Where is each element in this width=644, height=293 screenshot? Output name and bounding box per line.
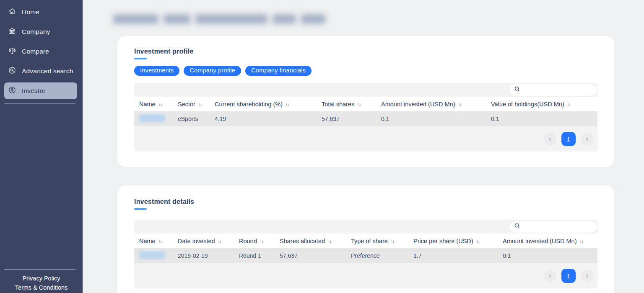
dollar-circle-icon — [8, 86, 16, 96]
table-search-bar — [134, 220, 597, 234]
redacted-word — [113, 14, 158, 24]
home-icon — [8, 7, 16, 17]
tab-company-profile[interactable]: Company profile — [184, 66, 241, 76]
value-of-holdings-cell: 0.1 — [486, 116, 597, 122]
column-header-amount-invested[interactable]: Amount invested (USD Mn) ↑↓ — [498, 238, 597, 244]
investment-details-title: Investment details — [134, 198, 597, 206]
previous-page-button[interactable]: ‹ — [544, 270, 556, 282]
sidebar-item-label: Advanced search — [22, 67, 73, 75]
sort-icon[interactable]: ↑↓ — [158, 102, 162, 107]
sector-cell: eSports — [173, 116, 210, 122]
redacted-word — [301, 14, 325, 24]
previous-page-button[interactable]: ‹ — [544, 133, 556, 145]
sidebar-item-label: Compare — [22, 48, 49, 55]
table-header-row: Name ↑↓ Date invested ↑↓ Round ↑↓ Shares… — [134, 234, 597, 248]
sort-icon[interactable]: ↑↓ — [198, 102, 202, 107]
next-page-button[interactable]: › — [581, 133, 593, 145]
title-underline — [134, 208, 147, 210]
sort-icon[interactable]: ↑↓ — [260, 239, 263, 244]
name-cell-redacted — [134, 114, 173, 123]
sidebar-footer: Privacy Policy Terms & Conditions — [0, 269, 83, 293]
search-input[interactable] — [523, 84, 597, 96]
column-header-name[interactable]: Name ↑↓ — [134, 238, 173, 244]
bank-icon — [8, 27, 16, 37]
sort-icon[interactable]: ↑↓ — [579, 239, 583, 244]
investments-table: Name ↑↓ Sector ↑↓ Current shareholding (… — [134, 83, 597, 152]
redacted-name-chip — [139, 114, 165, 122]
next-page-button[interactable]: › — [581, 270, 593, 282]
pagination: ‹ 1 › — [134, 263, 597, 288]
column-header-round[interactable]: Round ↑↓ — [234, 238, 275, 244]
sort-icon[interactable]: ↑↓ — [158, 239, 162, 244]
investment-profile-card: Investment profile Investments Company p… — [117, 36, 614, 167]
column-header-type-of-share[interactable]: Type of share ↑↓ — [346, 238, 408, 244]
sidebar-item-label: Home — [22, 8, 39, 16]
date-invested-cell: 2019-02-19 — [173, 252, 234, 259]
sort-icon[interactable]: ↑↓ — [328, 239, 331, 244]
sort-icon[interactable]: ↑↓ — [476, 239, 480, 244]
table-header-row: Name ↑↓ Sector ↑↓ Current shareholding (… — [134, 97, 597, 111]
search-icon — [514, 86, 520, 94]
table-row: eSports 4.19 57,637 0.1 0.1 — [134, 111, 597, 126]
sidebar-footer-divider — [4, 269, 75, 270]
redacted-word — [164, 14, 190, 24]
investment-details-card: Investment details Name ↑↓ — [117, 185, 614, 293]
redacted-word — [195, 14, 267, 24]
privacy-policy-link[interactable]: Privacy Policy — [0, 274, 83, 283]
details-table: Name ↑↓ Date invested ↑↓ Round ↑↓ Shares… — [134, 220, 597, 288]
profile-tabs: Investments Company profile Company fina… — [134, 66, 597, 76]
page-1-button[interactable]: 1 — [561, 269, 576, 283]
shares-allocated-cell: 57,637 — [275, 252, 346, 259]
price-per-share-cell: 1.7 — [408, 252, 498, 259]
column-header-sector[interactable]: Sector ↑↓ — [173, 101, 210, 108]
main-content: Investment profile Investments Company p… — [83, 0, 644, 293]
sort-icon[interactable]: ↑↓ — [218, 239, 221, 244]
redacted-name-chip — [139, 251, 165, 259]
amount-invested-cell: 0.1 — [376, 116, 486, 122]
name-cell-redacted — [134, 251, 173, 260]
sort-icon[interactable]: ↑↓ — [567, 102, 571, 107]
sidebar-nav: Home Company C — [0, 0, 83, 104]
column-header-total-shares[interactable]: Total shares ↑↓ — [317, 101, 376, 108]
tab-investments[interactable]: Investments — [134, 66, 179, 76]
page-1-button[interactable]: 1 — [561, 132, 576, 146]
column-header-amount-invested[interactable]: Amount invested (USD Mn) ↑↓ — [376, 101, 486, 108]
pagination: ‹ 1 › — [134, 126, 597, 152]
type-of-share-cell: Preference — [346, 252, 408, 259]
column-header-name[interactable]: Name ↑↓ — [134, 101, 173, 108]
column-header-date-invested[interactable]: Date invested ↑↓ — [173, 238, 234, 244]
terms-conditions-link[interactable]: Terms & Conditions — [0, 283, 83, 292]
sidebar-item-compare[interactable]: Compare — [4, 43, 77, 60]
round-cell: Round 1 — [234, 252, 275, 259]
sidebar-item-label: Company — [22, 28, 50, 36]
redacted-word — [273, 14, 296, 24]
column-header-shares-allocated[interactable]: Shares allocated ↑↓ — [275, 238, 346, 244]
investment-profile-title: Investment profile — [134, 48, 597, 55]
magnifier-circle-icon — [8, 66, 16, 76]
sidebar-item-advanced-search[interactable]: Advanced search — [4, 63, 77, 80]
search-input[interactable] — [523, 221, 597, 233]
tab-company-financials[interactable]: Company financials — [245, 66, 312, 76]
sort-icon[interactable]: ↑↓ — [286, 102, 289, 107]
table-search-bar — [134, 83, 597, 97]
sidebar-item-investor[interactable]: Investor — [4, 82, 77, 99]
column-header-value-of-holdings[interactable]: Value of holdings(USD Mn) ↑↓ — [486, 101, 597, 108]
table-search[interactable] — [509, 84, 597, 96]
sidebar: Home Company C — [0, 0, 83, 293]
sort-icon[interactable]: ↑↓ — [357, 102, 361, 107]
scales-icon — [8, 46, 16, 57]
current-shareholding-cell: 4.19 — [210, 116, 317, 122]
table-search[interactable] — [509, 221, 597, 233]
sidebar-item-home[interactable]: Home — [4, 4, 77, 21]
column-header-price-per-share[interactable]: Price per share (USD) ↑↓ — [408, 238, 498, 244]
sidebar-item-company[interactable]: Company — [4, 23, 77, 40]
column-header-current-shareholding[interactable]: Current shareholding (%) ↑↓ — [210, 101, 317, 108]
total-shares-cell: 57,637 — [317, 116, 376, 122]
sidebar-divider — [4, 103, 75, 104]
amount-invested-cell: 0.1 — [498, 252, 597, 259]
title-underline — [134, 58, 147, 59]
sort-icon[interactable]: ↑↓ — [458, 102, 461, 107]
search-icon — [514, 223, 520, 231]
company-title-redacted — [113, 13, 644, 25]
sort-icon[interactable]: ↑↓ — [391, 239, 394, 244]
